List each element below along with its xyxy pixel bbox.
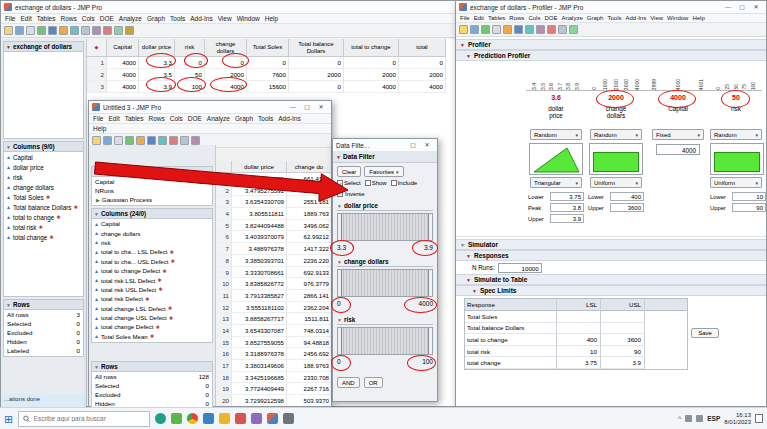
maximize-button[interactable]: ▢	[406, 140, 420, 151]
data-cell[interactable]: 944.8818	[287, 185, 331, 197]
data-cell[interactable]: 2000	[205, 69, 247, 81]
column-list-item[interactable]: ▲ change dollars	[92, 228, 212, 237]
data-cell[interactable]: 94.48818	[287, 337, 331, 349]
param-value-input[interactable]: 3600	[610, 203, 644, 212]
spec-limits-header[interactable]: ▼ Spec Limits	[456, 285, 766, 296]
row-number-cell[interactable]: 10	[216, 278, 232, 290]
data-cell[interactable]: 3.8244094488	[232, 220, 287, 232]
toolbar-icon[interactable]	[569, 25, 578, 34]
toolbar-icon[interactable]	[136, 136, 145, 145]
menu-item[interactable]: Edit	[108, 115, 119, 122]
data-cell[interactable]: 3.4039370079	[232, 231, 287, 243]
column-list-item[interactable]: ▲ Capital	[4, 152, 83, 162]
factor-mode-dropdown[interactable]: Fixed ▾	[652, 129, 704, 140]
column-list-item[interactable]: ▲ total change LSL Defect ✱	[92, 304, 212, 313]
column-list-item[interactable]: ▲ Total balance Dollars ✱	[4, 202, 83, 212]
column-header[interactable]: dollar price	[139, 39, 175, 57]
row-number-cell[interactable]: 16	[216, 348, 232, 360]
data-cell[interactable]: 2000	[399, 69, 446, 81]
slider-right-handle[interactable]	[428, 270, 432, 296]
data-cell[interactable]: 3.644881898	[232, 173, 287, 185]
data-cell[interactable]: 3.7913385827	[232, 290, 287, 302]
rows-stat-item[interactable]: All rows 3	[4, 310, 83, 319]
column-list-item[interactable]: ▲ change dollars	[4, 182, 83, 192]
range-max-value[interactable]: 3.9	[424, 244, 433, 251]
rows-stat-item[interactable]: All rows 128	[92, 372, 212, 381]
range-slider[interactable]	[337, 327, 433, 355]
minimize-button[interactable]: —	[721, 2, 735, 13]
toolbar-icon[interactable]	[558, 25, 567, 34]
menu-item[interactable]: Tables	[488, 15, 505, 21]
data-cell[interactable]: 100	[175, 81, 205, 93]
toolbar-icon[interactable]	[547, 25, 556, 34]
data-cell[interactable]: 0	[344, 57, 399, 69]
menu-item[interactable]: File	[93, 115, 103, 122]
data-cell[interactable]: 50	[175, 69, 205, 81]
minimize-button[interactable]: —	[286, 102, 300, 113]
factor-current-value[interactable]: 3.6	[526, 91, 586, 105]
toolbar-icon[interactable]	[470, 25, 479, 34]
row-number-cell[interactable]: 11	[216, 290, 232, 302]
notification-center-icon[interactable]	[755, 414, 763, 423]
toolbar-icon[interactable]	[92, 136, 101, 145]
distribution-type-dropdown[interactable]: Uniform ▾	[710, 177, 762, 188]
data-cell[interactable]: 3.3188976378	[232, 348, 287, 360]
toolbar-icon[interactable]	[525, 25, 534, 34]
toolbar-icon[interactable]	[103, 136, 112, 145]
prediction-profiler-header[interactable]: ▼ Prediction Profiler	[456, 50, 766, 61]
toolbar-icon[interactable]	[114, 136, 123, 145]
toolbar-icon[interactable]	[180, 136, 189, 145]
language-indicator[interactable]: ESP	[707, 415, 720, 422]
clock[interactable]: 16:13 8/01/2023	[724, 412, 751, 426]
lsl-cell[interactable]: 400	[557, 334, 601, 346]
data-cell[interactable]: 4000	[205, 81, 247, 93]
rows-stat-item[interactable]: Selected 0	[4, 319, 83, 328]
toolbar-icon[interactable]	[92, 26, 101, 35]
menu-item[interactable]: Analyze	[561, 15, 582, 21]
column-list-item[interactable]: ▲ total to cha... LSL Defect ✱	[92, 247, 212, 256]
lsl-cell[interactable]: 10	[557, 346, 601, 358]
column-list-item[interactable]: ▲ dollar price	[4, 162, 83, 172]
toolbar-icon[interactable]	[459, 25, 468, 34]
menu-item[interactable]: Analyze	[207, 115, 230, 122]
column-header[interactable]: total to change	[344, 39, 399, 57]
factor-mode-dropdown[interactable]: Random ▾	[590, 129, 642, 140]
clear-button[interactable]: Clear	[337, 166, 361, 177]
data-cell[interactable]: 1511.811	[287, 313, 331, 325]
simulator-header[interactable]: ▼ Simulator	[456, 239, 766, 250]
data-cell[interactable]: 0	[399, 57, 446, 69]
taskbar-app-icon[interactable]	[235, 413, 246, 424]
search-input[interactable]	[34, 415, 146, 422]
close-button[interactable]: ✕	[314, 102, 328, 113]
data-cell[interactable]: 4000	[107, 57, 139, 69]
toolbar-icon[interactable]	[4, 26, 13, 35]
toolbar-icon[interactable]	[492, 25, 501, 34]
taskbar-app-icon[interactable]	[155, 413, 166, 424]
close-button[interactable]: ✕	[420, 140, 434, 151]
data-cell[interactable]: 661.4173	[287, 173, 331, 185]
data-cell[interactable]: 0	[205, 57, 247, 69]
column-header[interactable]: change do	[287, 161, 331, 173]
data-cell[interactable]: 2362.204	[287, 302, 331, 314]
table-property[interactable]: NRuns	[92, 186, 212, 195]
data-cell[interactable]: 15600	[247, 81, 289, 93]
menu-item[interactable]: Add-Ins	[278, 115, 300, 122]
column-header[interactable]: Total Soles	[247, 39, 289, 57]
data-cell[interactable]: 2866.141	[287, 290, 331, 302]
maximize-button[interactable]: ▢	[735, 2, 749, 13]
rows-stat-item[interactable]: Selected 0	[92, 381, 212, 390]
data-cell[interactable]: 3.6543307087	[232, 325, 287, 337]
toolbar-icon[interactable]	[103, 26, 112, 35]
column-list-item[interactable]: ▲ total change Defect ✱	[92, 322, 212, 331]
menu-item[interactable]: Cols	[528, 15, 540, 21]
factor-mode-dropdown[interactable]: Random ▾	[710, 129, 762, 140]
data-cell[interactable]: 188.9763	[287, 360, 331, 372]
range-max-value[interactable]: 100	[422, 358, 433, 365]
menu-item[interactable]: DOE	[188, 115, 202, 122]
slider-left-handle[interactable]	[338, 214, 342, 240]
column-header[interactable]: change dollars	[205, 39, 247, 57]
usl-cell[interactable]	[601, 311, 645, 323]
toolbar-icon[interactable]	[158, 136, 167, 145]
untitled-columns-panel-header[interactable]: ▼ Columns (24/0)	[91, 208, 213, 219]
usl-cell[interactable]: 90	[601, 346, 645, 358]
